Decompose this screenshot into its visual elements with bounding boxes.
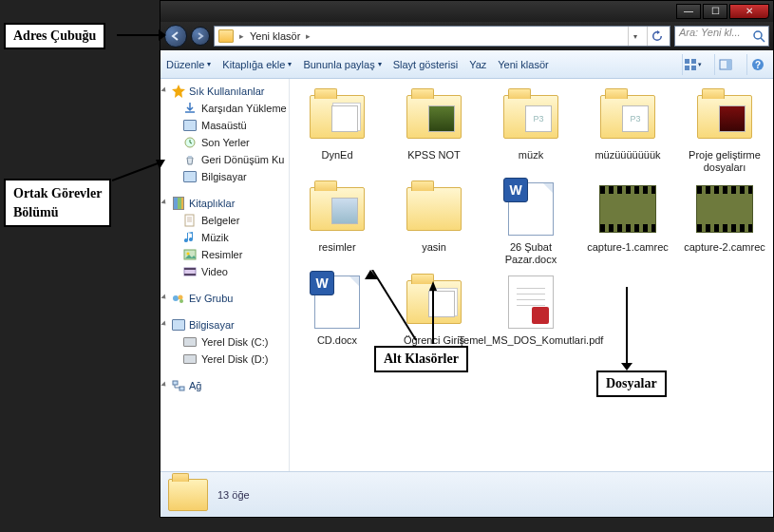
explorer-window: — ☐ ✕ ▸ Yeni klasör ▸ ▾ Ara: Yeni kl... — [160, 0, 774, 518]
explorer-body: Sık Kullanılanlar Karşıdan Yükleme Masaü… — [160, 79, 773, 471]
file-item[interactable]: P3müzüüüüüüük — [586, 86, 670, 173]
file-label: müzüüüüüüük — [595, 149, 660, 162]
sidebar-item-recycle[interactable]: Geri Dönüşüm Ku — [160, 151, 289, 168]
file-item[interactable]: DynEd — [295, 86, 379, 173]
sidebar-item-desktop[interactable]: Masaüstü — [160, 117, 289, 134]
maximize-button[interactable]: ☐ — [703, 4, 727, 19]
toolbar-slideshow[interactable]: Slayt gösterisi — [393, 59, 458, 70]
sidebar-favorites-label: Sık Kullanılanlar — [189, 86, 265, 97]
status-count: 13 öğe — [217, 489, 250, 501]
folder-icon: P3 — [498, 86, 564, 147]
breadcrumb-folder[interactable]: Yeni klasör — [250, 30, 300, 42]
sidebar-favorites-group: Sık Kullanılanlar Karşıdan Yükleme Masaü… — [160, 83, 289, 185]
view-options-button[interactable]: ▾ — [682, 54, 703, 75]
nav-forward-button[interactable] — [191, 27, 210, 46]
svg-point-29 — [179, 299, 183, 303]
pictures-icon — [183, 248, 197, 261]
sidebar-network-group: Ağ — [160, 377, 289, 394]
file-item[interactable]: 26 Şubat Pazar.docx — [489, 179, 573, 265]
sidebar-computer-header[interactable]: Bilgisayar — [160, 316, 289, 333]
file-item[interactable]: P3müzk — [489, 86, 573, 173]
preview-pane-icon — [719, 58, 732, 71]
address-dropdown[interactable]: ▾ — [628, 27, 641, 46]
sidebar-homegroup-header[interactable]: Ev Grubu — [160, 290, 289, 307]
homegroup-icon — [172, 292, 185, 305]
minimize-button[interactable]: — — [676, 4, 701, 19]
sidebar-item-videos[interactable]: Video — [160, 263, 289, 280]
sidebar-computer-label: Bilgisayar — [189, 319, 235, 331]
sidebar-item-documents[interactable]: Belgeler — [160, 212, 289, 229]
toolbar-add-library-label: Kitaplığa ekle — [222, 59, 285, 70]
toolbar-share[interactable]: Bununla paylaş ▾ — [303, 59, 381, 70]
annotation-arrow-subfolders-2 — [429, 281, 467, 348]
sidebar-libraries-header[interactable]: Kitaplıklar — [160, 195, 289, 212]
file-label: Proje geliştirme dosyaları — [683, 149, 766, 173]
file-item[interactable]: Proje geliştirme dosyaları — [683, 86, 766, 173]
pdf-icon — [498, 272, 564, 332]
annotation-files-text: Dosyalar — [606, 376, 657, 390]
svg-rect-21 — [185, 215, 194, 226]
sidebar-item-drive-d[interactable]: Yerel Disk (D:) — [160, 351, 289, 368]
toolbar-organize[interactable]: Düzenle ▾ — [166, 59, 211, 70]
file-item[interactable]: yasin — [392, 179, 476, 265]
sidebar-favorites-header[interactable]: Sık Kullanılanlar — [160, 83, 289, 100]
sidebar-item-computer-fav[interactable]: Bilgisayar — [160, 168, 289, 185]
status-folder-icon — [168, 479, 208, 511]
svg-point-23 — [187, 253, 190, 256]
toolbar-new-folder[interactable]: Yeni klasör — [498, 59, 548, 70]
svg-rect-14 — [685, 66, 689, 70]
svg-rect-30 — [173, 381, 178, 385]
svg-text:?: ? — [754, 60, 760, 70]
word-icon — [498, 179, 564, 239]
toolbar-print[interactable]: Yaz — [469, 59, 486, 70]
search-input[interactable]: Ara: Yeni kl... — [674, 26, 769, 47]
file-item[interactable]: Temel_MS_DOS_Komutlari.pdf — [489, 272, 573, 347]
sidebar-item-downloads[interactable]: Karşıdan Yükleme — [160, 100, 289, 117]
svg-point-27 — [173, 295, 179, 301]
sidebar-item-music[interactable]: Müzik — [160, 229, 289, 246]
svg-point-10 — [754, 31, 762, 39]
close-button[interactable]: ✕ — [729, 4, 769, 19]
annotation-address-bar: Adres Çubuğu — [4, 23, 105, 49]
annotation-tasks-panel-line1: Ortak Görevler — [13, 184, 102, 203]
annotation-arrow-address — [117, 27, 166, 44]
annotation-tasks-panel-line2: Bölümü — [13, 203, 102, 222]
toolbar-add-library[interactable]: Kitaplığa ekle ▾ — [222, 59, 292, 70]
refresh-button[interactable] — [647, 27, 666, 46]
sidebar-item-drive-c[interactable]: Yerel Disk (C:) — [160, 333, 289, 351]
svg-marker-1 — [159, 29, 166, 41]
annotation-files: Dosyalar — [596, 370, 667, 397]
address-bar[interactable]: ▸ Yeni klasör ▸ ▾ — [214, 26, 670, 47]
sidebar-item-label: Karşıdan Yükleme — [201, 103, 287, 114]
sidebar-network-label: Ağ — [189, 380, 201, 391]
arrow-left-icon — [171, 31, 180, 41]
help-button[interactable]: ? — [746, 54, 767, 75]
svg-line-2 — [112, 163, 158, 180]
file-label: DynEd — [321, 149, 352, 162]
help-icon: ? — [751, 58, 765, 71]
sidebar-network-header[interactable]: Ağ — [160, 377, 289, 394]
folder-icon — [304, 179, 370, 239]
svg-line-4 — [372, 270, 416, 340]
breadcrumb-chevron-2[interactable]: ▸ — [306, 31, 311, 41]
file-item[interactable]: resimler — [295, 179, 379, 265]
star-icon — [172, 85, 185, 98]
network-icon — [172, 379, 185, 392]
file-item[interactable]: capture-1.camrec — [586, 179, 670, 265]
file-label: yasin — [422, 241, 446, 254]
toolbar-share-label: Bununla paylaş — [303, 59, 374, 70]
documents-icon — [183, 214, 197, 227]
sidebar-item-pictures[interactable]: Resimler — [160, 246, 289, 263]
preview-pane-button[interactable] — [714, 54, 735, 75]
nav-back-button[interactable] — [164, 25, 187, 48]
file-label: Temel_MS_DOS_Komutlari.pdf — [459, 334, 604, 347]
breadcrumb-chevron[interactable]: ▸ — [239, 31, 244, 41]
file-item[interactable]: capture-2.camrec — [683, 179, 766, 265]
music-icon — [183, 231, 197, 244]
sidebar-item-label: Video — [201, 266, 228, 277]
file-item[interactable]: KPSS NOT — [392, 86, 476, 173]
svg-rect-15 — [691, 66, 696, 70]
sidebar-item-recent[interactable]: Son Yerler — [160, 134, 289, 151]
annotation-tasks-panel: Ortak Görevler Bölümü — [4, 179, 111, 227]
file-label: KPSS NOT — [407, 149, 461, 162]
